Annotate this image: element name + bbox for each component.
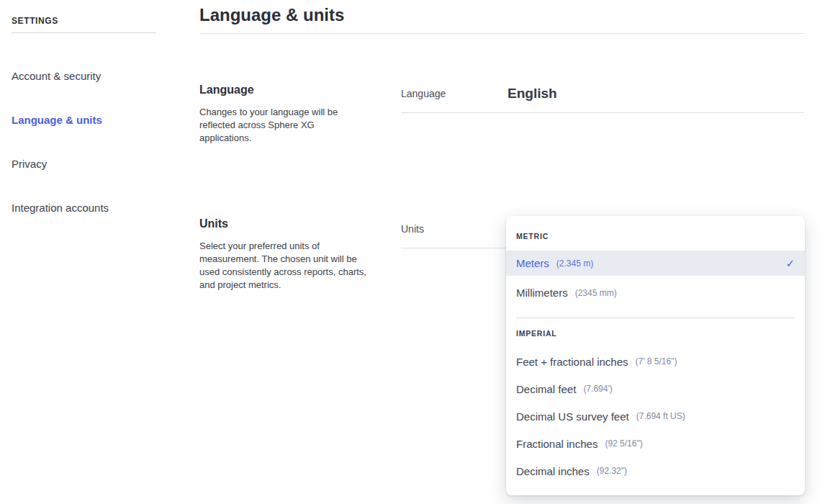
option-meters-example: (2.345 m) [556, 258, 593, 269]
units-dropdown-menu: METRIC Meters (2.345 m) ✓ Millimeters (2… [506, 216, 805, 495]
sidebar-divider [12, 32, 156, 33]
option-decimal-us-survey-feet-example: (7.694 ft US) [636, 411, 685, 421]
option-decimal-us-survey-feet-label: Decimal US survey feet [516, 410, 629, 423]
units-section-description: Select your preferred units of measureme… [199, 240, 372, 292]
option-feet-fractional-inches-example: (7' 8 5/16") [636, 356, 677, 366]
option-decimal-us-survey-feet[interactable]: Decimal US survey feet (7.694 ft US) [506, 402, 805, 430]
sidebar-title: SETTINGS [12, 16, 156, 26]
units-field-label: Units [401, 223, 508, 235]
option-millimeters-example: (2345 mm) [575, 288, 617, 298]
option-decimal-inches-example: (92.32") [597, 466, 627, 476]
option-millimeters[interactable]: Millimeters (2345 mm) [506, 280, 805, 305]
settings-sidebar: SETTINGS Account & security Language & u… [12, 0, 156, 246]
imperial-group: IMPERIAL Feet + fractional inches (7' 8 … [506, 329, 805, 485]
dropdown-group-divider [516, 318, 795, 318]
option-decimal-feet-example: (7.694') [583, 384, 612, 394]
option-fractional-inches-example: (92 5/16") [605, 438, 642, 449]
language-field-value[interactable]: English [508, 86, 557, 102]
language-field-label: Language [401, 88, 508, 99]
title-divider [199, 33, 804, 34]
option-meters-label: Meters [516, 257, 549, 269]
option-meters[interactable]: Meters (2.345 m) ✓ [506, 251, 805, 276]
language-section-heading: Language [199, 84, 347, 96]
sidebar-nav: Account & security Language & units Priv… [12, 70, 156, 216]
units-section-info: Units Select your preferred units of mea… [199, 217, 372, 292]
option-feet-fractional-inches[interactable]: Feet + fractional inches (7' 8 5/16") [506, 348, 805, 375]
sidebar-item-privacy[interactable]: Privacy [12, 158, 156, 172]
imperial-group-label: IMPERIAL [506, 329, 805, 338]
sidebar-item-integration-accounts[interactable]: Integration accounts [12, 202, 156, 216]
sidebar-item-account-security[interactable]: Account & security [12, 70, 156, 84]
option-decimal-feet-label: Decimal feet [516, 383, 576, 395]
option-feet-fractional-inches-label: Feet + fractional inches [516, 356, 628, 368]
language-section-info: Language Changes to your language will b… [199, 84, 347, 145]
sidebar-item-language-units[interactable]: Language & units [12, 114, 156, 128]
option-decimal-inches[interactable]: Decimal inches (92.32") [506, 457, 805, 485]
language-field[interactable]: Language English [401, 74, 804, 113]
selected-check-icon: ✓ [785, 258, 795, 269]
option-decimal-feet[interactable]: Decimal feet (7.694') [506, 375, 805, 402]
option-fractional-inches[interactable]: Fractional inches (92 5/16") [506, 430, 805, 457]
page-title: Language & units [199, 5, 804, 25]
language-section-description: Changes to your language will be reflect… [199, 106, 347, 145]
option-fractional-inches-label: Fractional inches [516, 438, 598, 450]
units-section-heading: Units [199, 217, 372, 230]
metric-group-label: METRIC [506, 232, 805, 240]
option-decimal-inches-label: Decimal inches [516, 465, 590, 477]
option-millimeters-label: Millimeters [516, 287, 568, 299]
